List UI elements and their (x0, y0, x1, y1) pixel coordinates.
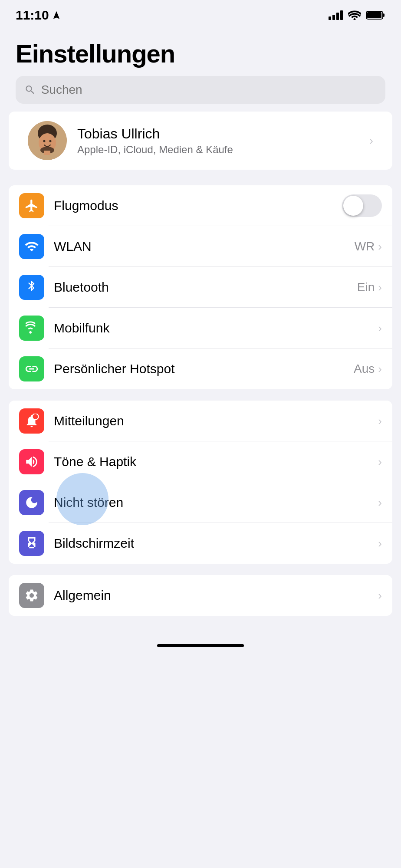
mitteilungen-row[interactable]: Mitteilungen › (9, 401, 392, 441)
flugmodus-row[interactable]: Flugmodus (9, 185, 392, 226)
wlan-right: WR › (355, 240, 382, 253)
wlan-row[interactable]: WLAN WR › (9, 226, 392, 267)
wifi-settings-icon (24, 239, 39, 254)
mitteilungen-icon (19, 408, 44, 434)
bildschirmzeit-content: Bildschirmzeit › (54, 536, 382, 551)
wlan-content: WLAN WR › (54, 239, 382, 254)
status-icons (329, 10, 385, 20)
nichtstoeren-chevron: › (378, 496, 382, 510)
svg-point-7 (49, 140, 52, 142)
page-title: Einstellungen (16, 39, 385, 68)
moon-icon (24, 495, 39, 510)
toene-content: Töne & Haptik › (54, 454, 382, 469)
profile-row[interactable]: Tobias Ullrich Apple-ID, iCloud, Medien … (17, 112, 384, 170)
speaker-icon (24, 454, 39, 469)
mobilfunk-content: Mobilfunk › (54, 321, 382, 335)
bluetooth-content: Bluetooth Ein › (54, 280, 382, 295)
nichtstoeren-row[interactable]: Nicht stören › (9, 482, 392, 523)
bildschirmzeit-row[interactable]: Bildschirmzeit › (9, 523, 392, 564)
hotspot-label: Persönlicher Hotspot (54, 362, 174, 376)
toene-row[interactable]: Töne & Haptik › (9, 441, 392, 482)
wlan-chevron: › (378, 240, 382, 253)
bildschirmzeit-label: Bildschirmzeit (54, 536, 134, 551)
allgemein-row[interactable]: Allgemein › (9, 575, 392, 616)
bluetooth-right: Ein › (357, 280, 382, 294)
nichtstoeren-icon (19, 490, 44, 515)
nichtstoeren-content: Nicht stören › (54, 495, 382, 510)
allgemein-icon (19, 583, 44, 608)
avatar (28, 121, 67, 160)
svg-rect-1 (383, 13, 385, 17)
bluetooth-row[interactable]: Bluetooth Ein › (9, 267, 392, 308)
bell-icon (24, 414, 39, 428)
section-gap-1 (0, 181, 401, 185)
network-settings-group: Flugmodus WLAN WR › Bluetooth (9, 185, 392, 389)
search-bar-container (0, 76, 401, 112)
profile-group: Tobias Ullrich Apple-ID, iCloud, Medien … (9, 112, 392, 170)
toene-label: Töne & Haptik (54, 454, 136, 469)
allgemein-chevron: › (378, 589, 382, 602)
status-bar: 11:10 (0, 0, 401, 27)
bluetooth-value: Ein (357, 280, 375, 294)
wifi-icon (348, 10, 361, 20)
svg-point-6 (43, 140, 46, 142)
gear-icon (24, 588, 39, 603)
profile-chevron: › (369, 134, 373, 148)
flugmodus-toggle[interactable] (342, 194, 382, 217)
bildschirmzeit-chevron: › (378, 537, 382, 550)
profile-subtitle: Apple-ID, iCloud, Medien & Käufe (77, 144, 369, 156)
general-settings-group: Allgemein › (9, 575, 392, 616)
wlan-value: WR (355, 240, 375, 253)
hotspot-content: Persönlicher Hotspot Aus › (54, 362, 382, 376)
status-time: 11:10 (16, 8, 61, 23)
mobilfunk-label: Mobilfunk (54, 321, 109, 335)
hotspot-icon (19, 356, 44, 381)
bluetooth-chevron: › (378, 281, 382, 294)
nichtstoeren-label: Nicht stören (54, 495, 123, 510)
bluetooth-label: Bluetooth (54, 280, 109, 295)
svg-rect-9 (44, 151, 50, 155)
bluetooth-icon-bg (19, 275, 44, 300)
flugmodus-label: Flugmodus (54, 198, 118, 213)
bluetooth-icon (26, 280, 38, 295)
notifications-settings-group: Mitteilungen › Töne & Haptik › Nicht stö… (9, 401, 392, 564)
bildschirmzeit-icon (19, 531, 44, 556)
search-bar[interactable] (16, 76, 385, 104)
mobilfunk-chevron: › (378, 322, 382, 335)
allgemein-content: Allgemein › (54, 588, 382, 603)
profile-name: Tobias Ullrich (77, 126, 369, 142)
hotspot-right: Aus › (354, 362, 382, 376)
allgemein-label: Allgemein (54, 588, 111, 603)
wlan-icon (19, 234, 44, 259)
svg-point-10 (32, 414, 38, 420)
flugmodus-icon (19, 193, 44, 218)
mobilfunk-icon (19, 316, 44, 341)
mobilfunk-right: › (378, 322, 382, 335)
svg-rect-2 (367, 12, 381, 18)
battery-icon (366, 10, 385, 20)
mitteilungen-chevron: › (378, 414, 382, 428)
antenna-icon (24, 321, 39, 335)
mitteilungen-content: Mitteilungen › (54, 414, 382, 428)
search-input[interactable] (41, 83, 377, 97)
hotspot-value: Aus (354, 362, 375, 376)
page-title-area: Einstellungen (0, 27, 401, 76)
flugmodus-content: Flugmodus (54, 194, 382, 217)
toene-icon (19, 449, 44, 474)
mitteilungen-label: Mitteilungen (54, 414, 124, 428)
hotspot-chevron: › (378, 362, 382, 376)
toene-chevron: › (378, 455, 382, 469)
wlan-label: WLAN (54, 239, 92, 254)
search-icon (24, 84, 36, 96)
home-bar (157, 644, 244, 647)
chain-icon (24, 362, 39, 376)
hourglass-icon (24, 536, 39, 551)
avatar-image (28, 121, 67, 160)
profile-info: Tobias Ullrich Apple-ID, iCloud, Medien … (77, 126, 369, 156)
home-bar-area (0, 627, 401, 653)
hotspot-row[interactable]: Persönlicher Hotspot Aus › (9, 349, 392, 389)
location-icon (52, 10, 61, 20)
mobilfunk-row[interactable]: Mobilfunk › (9, 308, 392, 349)
airplane-icon (24, 198, 39, 213)
signal-bars-icon (329, 10, 343, 20)
